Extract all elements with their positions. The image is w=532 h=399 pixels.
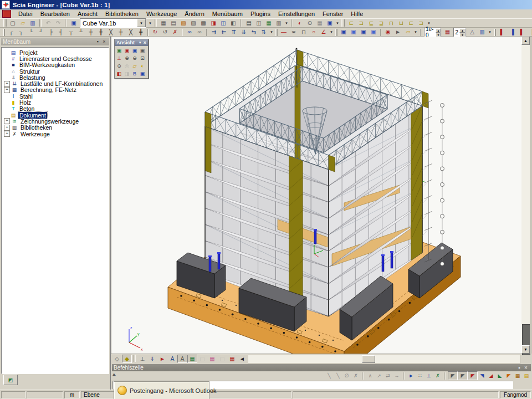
menu-menübaum[interactable]: Menübaum [208,10,247,18]
grid-settings-icon[interactable]: ▦ [442,28,452,37]
scroll-up-icon[interactable]: ▲ [521,37,530,45]
snap-green-x-icon[interactable]: ✗ [433,372,442,380]
undo-icon[interactable]: ↶ [43,19,53,27]
insert-load-panel-icon[interactable]: ╋ [136,28,146,37]
steel-check-3-icon[interactable]: ▌ [517,28,527,37]
menu-plugins[interactable]: Plugins [247,10,274,18]
view-axo-icon[interactable]: ▣ [369,28,378,37]
toolbar-grip[interactable] [341,19,345,27]
layer-3-icon[interactable]: ⊑ [366,19,376,27]
layer-7-icon[interactable]: ⊏ [406,19,416,27]
layer-6-icon[interactable]: ⊔ [396,19,406,27]
menu-bibliotheken[interactable]: Bibliotheken [101,10,142,18]
tree-item-linienraster-und-geschosse[interactable]: #Linienraster und Geschosse [2,55,109,62]
wireframe-mode-icon[interactable]: ◇ [112,355,122,363]
insert-shell-icon[interactable]: ┼ [86,28,96,37]
menu-hilfe[interactable]: Hilfe [347,10,367,18]
redo-icon[interactable]: ↷ [53,19,63,27]
zoom-all-icon[interactable]: ⊙ [115,62,123,70]
snap-circle-icon[interactable]: ∅ [342,372,351,380]
snap-endpoint-icon[interactable]: ◢ [487,372,495,380]
layer-5-icon[interactable]: ⊓ [386,19,396,27]
insert-truss-icon[interactable]: ╳ [106,28,116,37]
tree-item-lastf-lle-und-lf-kombinationen[interactable]: +⇊Lastfälle und LF-Kombinationen [2,80,109,86]
insert-wall-icon[interactable]: ┴ [76,28,86,37]
layer-8-icon[interactable]: ⊐ [416,19,426,27]
menu-fenster[interactable]: Fenster [319,10,347,18]
combo-extra-drop[interactable]: ▼ [147,19,153,27]
view-parameters-icon[interactable]: ◧ [115,70,123,78]
project-item-combobox[interactable]: Cube Var.1b ▼ [80,18,146,28]
tree-item-werkzeuge[interactable]: +✗Werkzeuge [2,131,109,137]
toggle-window-icon[interactable]: ▣ [139,70,146,78]
open-project-icon[interactable]: ▱ [18,19,28,27]
copy-icon[interactable]: ⇇ [219,28,229,37]
toggle-b-icon[interactable]: B [131,70,139,78]
tree-item-struktur[interactable]: ⌂Struktur [2,68,109,74]
insert-rib-icon[interactable]: ┘ [36,28,46,37]
snap-cancel-icon[interactable]: ✗ [351,372,360,380]
insert-haunch-icon[interactable]: ├ [46,28,56,37]
close-icon[interactable]: × [144,40,146,45]
draw-angle-icon[interactable]: ∠ [319,28,329,37]
view-zoom-mouse-icon[interactable]: ▣ [131,47,139,54]
light-settings-icon[interactable]: ◐ [139,62,146,70]
folder-drop-icon[interactable]: ▼ [413,28,418,37]
steel-check-1-icon[interactable]: ▌ [497,28,507,37]
insert-plate-icon[interactable]: ┬ [66,28,76,37]
disconnect-members-icon[interactable]: ∞ [195,28,204,37]
menu-datei[interactable]: Datei [14,10,37,18]
3d-viewport[interactable]: zyx Ansicht ▼ × ▣▣▣▣⊥⊕⊖⊡⊙◎▱◐◧◨B▣ [111,37,521,354]
labels-toggle-icon[interactable]: A [177,355,187,363]
insert-beam-icon[interactable]: ┐ [16,28,26,37]
toolbar-grip[interactable] [3,29,5,36]
horizontal-scrollbar[interactable] [248,355,521,364]
show-loads-icon[interactable]: ⇓ [147,355,157,363]
tree-item-bim-werkzeugkasten[interactable]: ■BIM-Werkzeugkasten [2,62,109,68]
tree-item-berechnung-fe-netz[interactable]: +▦Berechnung, FE-Netz [2,87,109,93]
tree-item-beton[interactable]: TBeton [2,106,109,112]
mdi-child-icon[interactable] [2,10,11,18]
picture-gallery-icon[interactable]: ▦ [264,19,274,27]
trim-icon[interactable]: ⇆ [249,28,259,37]
show-axes-icon[interactable]: ⊥ [137,355,147,363]
snap-line-icon[interactable]: ╲ [325,372,334,380]
zoom-document-icon[interactable]: ⊙ [305,19,315,27]
print-view-icon[interactable]: ◨ [123,70,131,78]
zoom-in-icon[interactable]: ⊕ [123,54,131,62]
precision-spinner[interactable]: 1e-0 ▲▼ [424,28,441,37]
zoom-window-icon[interactable]: ⊡ [139,54,146,62]
expander-icon[interactable]: + [4,81,10,87]
snap-vertex-icon[interactable]: ∧ [366,372,375,380]
zoom-selection-icon[interactable]: ◎ [123,62,131,70]
tree-item-stahl[interactable]: ⅠStahl [2,93,109,99]
menu-werkzeuge[interactable]: Werkzeuge [142,10,181,18]
tools-drop-icon[interactable]: ▼ [335,19,340,27]
tree-item-bibliotheken[interactable]: +▥Bibliotheken [2,125,109,131]
ucs-snap-icon[interactable]: ⊥ [424,372,433,380]
show-grid-icon[interactable]: ▢ [217,355,227,363]
menu-einstellungen[interactable]: Einstellungen [274,10,319,18]
insert-frame-icon[interactable]: ┼ [116,28,126,37]
show-supports-icon[interactable]: ► [157,355,167,363]
document-icon[interactable]: ▥ [274,19,284,27]
calculator-icon[interactable]: ▦ [315,19,325,27]
view-rotate-icon[interactable]: ▣ [115,47,123,54]
clipping-box-icon[interactable]: ▱ [131,62,139,70]
draw-drop-icon[interactable]: ▼ [329,28,334,37]
pin-icon[interactable]: ▪ [94,39,101,44]
pin-icon[interactable]: ▪ [516,365,523,371]
rendered-mode-icon[interactable]: ◆ [122,355,132,363]
paste-icon[interactable]: ▩ [198,19,208,27]
insert-column-icon[interactable]: ┌ [6,28,16,37]
multicopy-icon[interactable]: ⇈ [229,28,239,37]
horizontal-scrollbar-thumb[interactable] [362,355,375,363]
layer-4-icon[interactable]: ⊒ [376,19,386,27]
steel-check-4-icon[interactable]: ▐ [527,28,532,37]
scroll-down-icon[interactable]: ▼ [521,345,530,354]
shrink-members-icon[interactable]: ▢ [197,355,207,363]
member-info-icon[interactable]: ▣ [325,19,335,27]
draw-parallel-icon[interactable]: ≍ [289,28,299,37]
print-data-icon[interactable]: ▤ [168,19,178,27]
insert-node-icon[interactable]: ╂ [96,28,106,37]
